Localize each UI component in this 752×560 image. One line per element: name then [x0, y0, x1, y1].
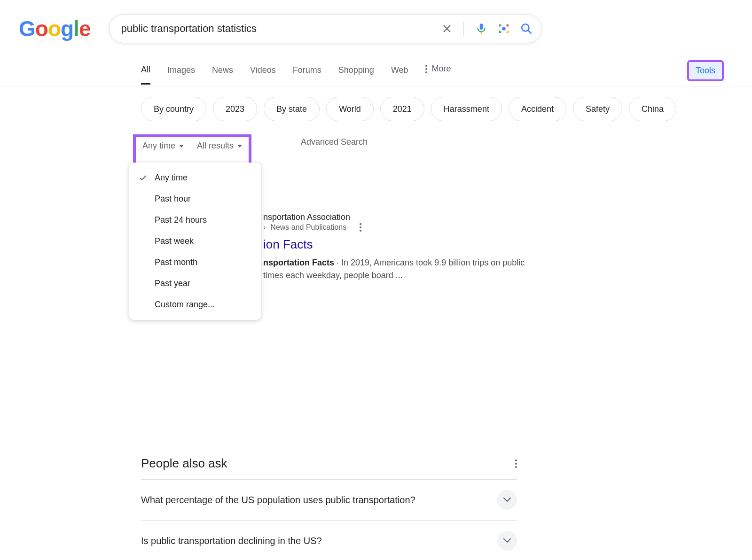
- chip[interactable]: Harassment: [431, 97, 502, 121]
- chip[interactable]: By country: [141, 97, 206, 121]
- tab-images[interactable]: Images: [167, 62, 195, 84]
- time-option[interactable]: Past 24 hours: [129, 210, 261, 231]
- search-input[interactable]: [121, 23, 442, 35]
- svg-point-8: [425, 71, 427, 73]
- tab-all[interactable]: All: [141, 62, 150, 85]
- svg-point-6: [425, 65, 427, 67]
- svg-point-3: [502, 27, 506, 31]
- paa-question[interactable]: What percentage of the US population use…: [141, 480, 517, 521]
- time-option[interactable]: Past week: [129, 231, 261, 252]
- result-breadcrumb: News and Publications: [270, 223, 346, 232]
- time-filter-menu: Any time Past hour Past 24 hours Past we…: [129, 163, 261, 320]
- chip[interactable]: By state: [264, 97, 320, 121]
- voice-search-icon[interactable]: [475, 23, 487, 35]
- paa-question[interactable]: Is public transportation declining in th…: [141, 521, 517, 560]
- tab-forums[interactable]: Forums: [293, 62, 321, 84]
- svg-point-2: [481, 33, 482, 34]
- advanced-search-link[interactable]: Advanced Search: [301, 137, 368, 147]
- tools-button[interactable]: Tools: [687, 60, 724, 81]
- search-bar[interactable]: [109, 14, 541, 43]
- time-option[interactable]: Past hour: [129, 188, 261, 210]
- time-option[interactable]: Any time: [129, 167, 261, 188]
- paa-heading: People also ask: [141, 456, 227, 471]
- chip[interactable]: Safety: [573, 97, 622, 121]
- results-filter-trigger[interactable]: All results: [197, 141, 242, 151]
- time-option[interactable]: Past month: [129, 252, 261, 273]
- svg-point-9: [360, 223, 361, 225]
- tabs-bar: All Images News Videos Forums Shopping W…: [0, 60, 752, 86]
- chip[interactable]: Accident: [509, 97, 566, 121]
- tools-panel-highlight: Any time All results Any time Past hour …: [133, 134, 251, 306]
- time-filter-trigger[interactable]: Any time: [142, 141, 184, 151]
- svg-point-13: [515, 463, 517, 465]
- svg-point-14: [515, 466, 517, 468]
- chip[interactable]: 2023: [213, 97, 257, 121]
- time-option[interactable]: Past year: [129, 273, 261, 294]
- more-vert-icon: [425, 65, 427, 73]
- result-more-icon[interactable]: [360, 223, 361, 232]
- svg-point-10: [360, 226, 361, 228]
- svg-point-12: [515, 459, 517, 461]
- svg-point-7: [425, 68, 427, 70]
- result-snippet: nsportation Facts · In 2019, Americans t…: [263, 257, 639, 282]
- paa-more-icon[interactable]: [515, 459, 517, 468]
- chevron-down-icon: [497, 531, 517, 551]
- tab-news[interactable]: News: [212, 62, 233, 84]
- separator: [463, 21, 464, 36]
- svg-line-5: [528, 30, 532, 33]
- result-title-link[interactable]: ion Facts: [263, 237, 639, 252]
- chevron-down-icon: [497, 490, 517, 510]
- tab-web[interactable]: Web: [391, 62, 408, 84]
- related-chips: By country 2023 By state World 2021 Hara…: [0, 97, 752, 121]
- clear-icon[interactable]: [442, 23, 452, 34]
- svg-rect-0: [480, 23, 483, 30]
- svg-point-11: [360, 230, 361, 232]
- caret-down-icon: [179, 145, 184, 148]
- google-logo[interactable]: Google: [19, 16, 90, 41]
- time-option[interactable]: Custom range...: [129, 294, 261, 315]
- result-site: nsportation Association: [263, 212, 350, 222]
- tab-more[interactable]: More: [425, 64, 451, 82]
- tab-videos[interactable]: Videos: [250, 62, 276, 84]
- check-icon: [139, 174, 148, 182]
- tab-shopping[interactable]: Shopping: [338, 62, 374, 84]
- search-icon[interactable]: [520, 23, 533, 35]
- image-search-icon[interactable]: [498, 23, 510, 35]
- chip[interactable]: World: [326, 97, 374, 121]
- chip[interactable]: 2021: [380, 97, 424, 121]
- caret-down-icon: [237, 145, 242, 148]
- chip[interactable]: China: [629, 97, 676, 121]
